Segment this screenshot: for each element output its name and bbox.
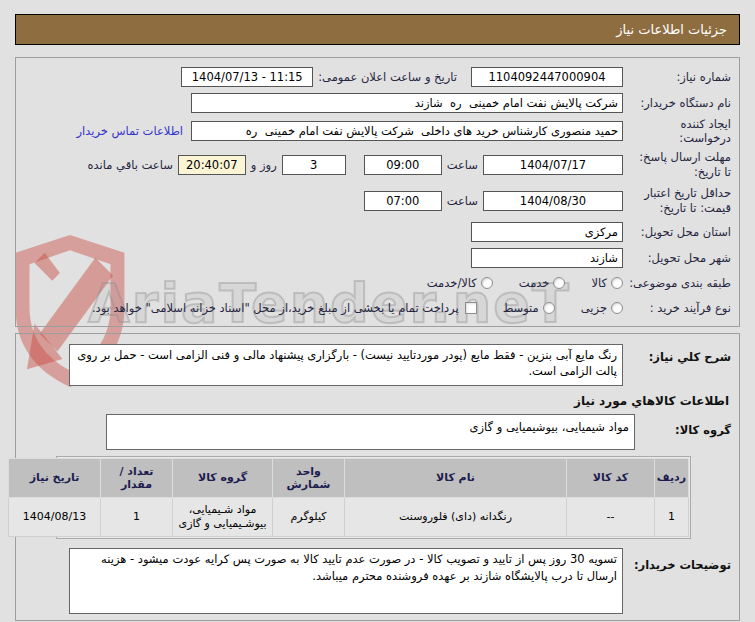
countdown-input[interactable] — [178, 155, 246, 175]
table-row: 1 -- رنگدانه (دای) فلوروسنت کیلوگرم مواد… — [9, 497, 689, 537]
items-table-header-row: ردیف کد کالا نام کالا واحد شمارش گروه کا… — [9, 458, 689, 497]
radio-service-label: خدمت — [519, 276, 550, 290]
buyer-notes-textarea[interactable]: تسویه 30 روز پس از تایید و تصویب کالا - … — [69, 548, 623, 614]
purchase-process-row: نوع فرآیند خرید : جزیی متوسط پرداخت تمام… — [24, 296, 731, 320]
price-validity-hour-input[interactable] — [364, 191, 442, 211]
page-title-bar: جزئیات اطلاعات نیاز — [15, 14, 740, 45]
radio-minor[interactable] — [611, 302, 623, 314]
cell-unit: کیلوگرم — [273, 497, 345, 537]
cell-group: مواد شـیمیایی، بیوشـیمیایی و گازی — [173, 497, 273, 537]
deadline-date-input[interactable] — [483, 155, 623, 175]
buyer-org-label: نام دستگاه خریدار: — [623, 96, 731, 110]
province-label: استان محل تحویل: — [623, 225, 731, 239]
general-info-panel: شماره نیاز: تاریخ و ساعت اعلان عمومی: نا… — [15, 57, 740, 327]
radio-medium[interactable] — [543, 302, 555, 314]
price-validity-label: حداقل تاریخ اعتبار قیمت: تا تاریخ: — [623, 186, 731, 215]
items-panel: شرح کلي نیاز: رنگ مایع آبی بنزین - فقط م… — [15, 333, 740, 622]
need-number-row: شماره نیاز: تاریخ و ساعت اعلان عمومی: — [24, 65, 731, 89]
col-group: گروه کالا — [173, 458, 273, 497]
description-textarea[interactable]: رنگ مایع آبی بنزین - فقط مایع (پودر مورد… — [69, 344, 623, 386]
radio-goods-service[interactable] — [481, 277, 493, 289]
treasury-docs-checkbox[interactable] — [465, 302, 477, 314]
days-separator-label: روز و — [251, 158, 277, 172]
price-validity-date-input[interactable] — [483, 191, 623, 211]
cell-need-date: 1404/08/13 — [9, 497, 101, 537]
radio-goods-label: کالا — [591, 276, 607, 290]
items-table-container: ردیف کد کالا نام کالا واحد شمارش گروه کا… — [56, 456, 691, 540]
items-table: ردیف کد کالا نام کالا واحد شمارش گروه کا… — [8, 458, 689, 538]
deadline-hour-input[interactable] — [364, 155, 442, 175]
deadline-hour-label: ساعت — [447, 158, 478, 172]
col-unit: واحد شمارش — [273, 458, 345, 497]
radio-service[interactable] — [553, 277, 565, 289]
subject-class-label: طبقه بندی موضوعی: — [623, 276, 731, 290]
need-number-label: شماره نیاز: — [623, 70, 731, 84]
cell-quantity: 1 — [101, 497, 173, 537]
deadline-label: مهلت ارسال پاسخ: تا تاریخ: — [623, 150, 731, 179]
radio-medium-label: متوسط — [503, 301, 539, 315]
creator-row: ایجاد کننده درخواست: اطلاعات تماس خریدار — [24, 117, 731, 146]
city-input[interactable] — [471, 248, 623, 268]
subject-class-row: طبقه بندی موضوعی: کالا خدمت کالا/خدمت — [24, 272, 731, 294]
col-need-date: تاریخ نیاز — [9, 458, 101, 497]
city-row: شهر محل تحویل: — [24, 246, 731, 270]
buyer-notes-row: توضیحات خریدار: تسویه 30 روز پس از تایید… — [24, 548, 731, 614]
countdown-suffix-label: ساعت باقي مانده — [88, 158, 173, 172]
col-quantity: تعداد / مقدار — [101, 458, 173, 497]
announce-datetime-input[interactable] — [181, 67, 313, 87]
radio-goods[interactable] — [611, 277, 623, 289]
page-title: جزئیات اطلاعات نیاز — [616, 22, 727, 37]
purchase-process-label: نوع فرآیند خرید : — [623, 301, 731, 315]
radio-goods-service-label: کالا/خدمت — [427, 276, 477, 290]
province-input[interactable] — [471, 222, 623, 242]
buyer-org-input[interactable] — [191, 93, 623, 113]
buyer-org-row: نام دستگاه خریدار: — [24, 91, 731, 115]
days-remaining-input[interactable] — [282, 155, 346, 175]
buyer-contact-link[interactable]: اطلاعات تماس خریدار — [76, 124, 183, 138]
group-textarea[interactable]: مواد شیمیایی، بیوشیمیایی و گازی — [106, 414, 635, 450]
need-number-input[interactable] — [471, 67, 623, 87]
description-row: شرح کلي نیاز: رنگ مایع آبی بنزین - فقط م… — [24, 344, 731, 386]
price-validity-hour-label: ساعت — [447, 194, 478, 208]
cell-row-number: 1 — [655, 497, 689, 537]
items-heading: اطلاعات کالاهاي مورد نیاز — [26, 394, 729, 408]
province-row: استان محل تحویل: — [24, 220, 731, 244]
group-row: گروه کالا: مواد شیمیایی، بیوشیمیایی و گا… — [24, 414, 731, 450]
creator-label: ایجاد کننده درخواست: — [623, 117, 731, 146]
description-label: شرح کلي نیاز: — [623, 344, 731, 364]
radio-minor-label: جزیی — [581, 301, 607, 315]
col-row-number: ردیف — [655, 458, 689, 497]
cell-item-code: -- — [567, 497, 655, 537]
buyer-notes-label: توضیحات خریدار: — [623, 548, 731, 572]
treasury-docs-label: پرداخت تمام یا بخشی از مبلغ خرید،از محل … — [92, 301, 459, 315]
announce-label: تاریخ و ساعت اعلان عمومی: — [318, 70, 457, 84]
response-deadline-row: مهلت ارسال پاسخ: تا تاریخ: ساعت روز و سا… — [24, 148, 731, 182]
col-item-name: نام کالا — [345, 458, 567, 497]
price-validity-row: حداقل تاریخ اعتبار قیمت: تا تاریخ: ساعت — [24, 184, 731, 218]
cell-item-name: رنگدانه (دای) فلوروسنت — [345, 497, 567, 537]
city-label: شهر محل تحویل: — [623, 251, 731, 265]
group-label: گروه کالا: — [635, 414, 731, 437]
creator-input[interactable] — [191, 121, 623, 141]
col-item-code: کد کالا — [567, 458, 655, 497]
